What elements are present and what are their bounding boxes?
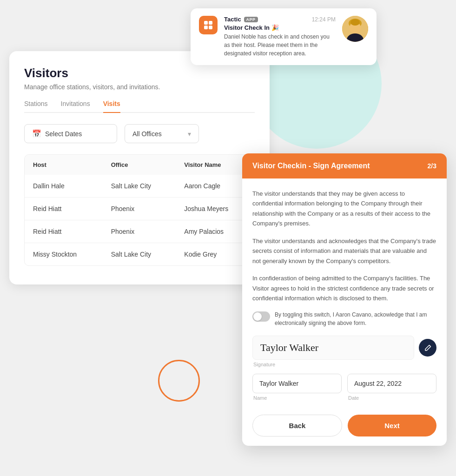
- date-filter[interactable]: 📅 Select Dates: [24, 124, 117, 143]
- cell-office: Phoenix: [103, 198, 176, 220]
- cell-host: Missy Stockton: [25, 243, 103, 266]
- avatar: [342, 16, 368, 42]
- svg-rect-1: [209, 21, 212, 25]
- agreement-toggle[interactable]: [252, 311, 270, 322]
- date-label: Date: [347, 395, 436, 401]
- signature-label: Signature: [252, 362, 436, 367]
- svg-point-8: [350, 19, 360, 26]
- notif-app-badge: APP: [244, 17, 258, 22]
- svg-rect-0: [204, 21, 208, 25]
- visitors-subtitle: Manage office stations, visitors, and in…: [24, 83, 255, 91]
- col-header-office: Office: [103, 155, 176, 175]
- agreement-paragraph-3: In confiderastion of being admitted to t…: [252, 273, 436, 303]
- notif-title: Visitor Check In 🎉: [224, 24, 336, 31]
- office-filter-label: All Offices: [132, 130, 162, 138]
- tabs-nav: Stations Invitations Visits: [24, 100, 255, 113]
- modal-body: The visitor understands that they may be…: [242, 178, 447, 407]
- toggle-row: By toggling this switch, I Aaron Cavano,…: [252, 311, 436, 327]
- notif-header: Tactic APP 12:24 PM: [224, 16, 336, 23]
- sign-agreement-modal: Visitor Checkin - Sign Agreement 2/3 The…: [242, 153, 447, 446]
- notif-app-icon: [199, 16, 218, 34]
- table-row: Reid Hiatt Phoenix Amy Palacios: [25, 220, 254, 243]
- form-row: Name Date: [252, 374, 436, 401]
- calendar-icon: 📅: [32, 129, 41, 138]
- name-input[interactable]: [252, 374, 342, 393]
- cell-host: Reid Hiatt: [25, 198, 103, 220]
- modal-footer: Back Next: [242, 407, 447, 446]
- visitors-panel: Visitors Manage office stations, visitor…: [9, 51, 270, 284]
- visitors-title: Visitors: [24, 66, 255, 80]
- table-header-row: Host Office Visitor Name: [25, 155, 254, 175]
- cell-host: Reid Hiatt: [25, 220, 103, 243]
- notif-time: 12:24 PM: [312, 16, 336, 23]
- agreement-paragraph-1: The visitor understands that they may be…: [252, 189, 436, 229]
- filters-row: 📅 Select Dates All Offices ▾: [24, 124, 255, 143]
- back-button[interactable]: Back: [252, 415, 342, 436]
- table-row: Dallin Hale Salt Lake City Aaron Cagle: [25, 175, 254, 198]
- notif-app-name: Tactic: [224, 16, 241, 23]
- modal-title: Visitor Checkin - Sign Agreement: [252, 162, 370, 170]
- cell-office: Phoenix: [103, 220, 176, 243]
- notif-content: Tactic APP 12:24 PM Visitor Check In 🎉 D…: [224, 16, 336, 58]
- date-input[interactable]: [347, 374, 436, 393]
- agreement-paragraph-2: The visitor understands and acknowledges…: [252, 236, 436, 266]
- toggle-label: By toggling this switch, I Aaron Cavano,…: [275, 311, 436, 327]
- bg-orange-circle: [158, 360, 200, 402]
- date-filter-label: Select Dates: [45, 130, 82, 138]
- signature-field[interactable]: Taylor Walker: [252, 336, 414, 360]
- name-field-wrapper: Name: [252, 374, 342, 401]
- cell-office: Salt Lake City: [103, 175, 176, 198]
- notif-message: Daniel Noble has check in and chosen you…: [224, 33, 336, 58]
- table-row: Reid Hiatt Phoenix Joshua Meyers: [25, 198, 254, 220]
- notification-card: Tactic APP 12:24 PM Visitor Check In 🎉 D…: [191, 8, 377, 65]
- cell-office: Salt Lake City: [103, 243, 176, 266]
- date-field-wrapper: Date: [347, 374, 436, 401]
- modal-step: 2/3: [428, 162, 436, 170]
- signature-row: Taylor Walker: [252, 336, 436, 360]
- tab-visits[interactable]: Visits: [103, 100, 120, 113]
- table-row: Missy Stockton Salt Lake City Kodie Grey: [25, 243, 254, 266]
- modal-header: Visitor Checkin - Sign Agreement 2/3: [242, 153, 447, 178]
- edit-signature-button[interactable]: [419, 339, 436, 357]
- svg-rect-2: [204, 26, 208, 29]
- next-button[interactable]: Next: [348, 415, 436, 436]
- office-filter[interactable]: All Offices ▾: [125, 124, 199, 143]
- name-label: Name: [252, 395, 342, 401]
- cell-host: Dallin Hale: [25, 175, 103, 198]
- tab-invitations[interactable]: Invitations: [61, 100, 90, 113]
- visits-table: Host Office Visitor Name Dallin Hale Sal…: [24, 154, 255, 266]
- chevron-down-icon: ▾: [188, 130, 191, 138]
- tab-stations[interactable]: Stations: [24, 100, 48, 113]
- col-header-host: Host: [25, 155, 103, 175]
- svg-rect-3: [209, 26, 212, 29]
